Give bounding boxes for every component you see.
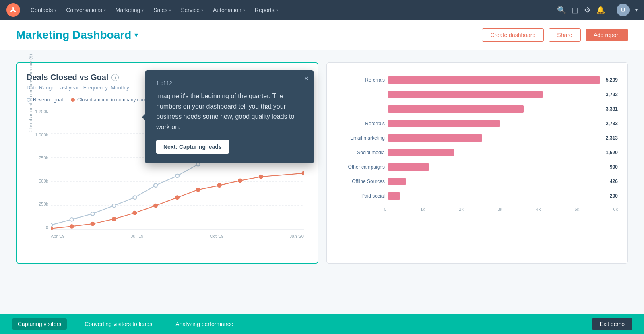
- bar-xaxis-labels: 0 1k 2k 3k 4k 5k 6k: [384, 207, 618, 212]
- nav-sales[interactable]: Sales ▾: [149, 4, 175, 16]
- table-row: Paid social 290: [341, 192, 618, 200]
- svg-point-21: [91, 222, 95, 226]
- nav-reports[interactable]: Reports ▾: [251, 4, 282, 16]
- info-icon[interactable]: i: [111, 74, 119, 81]
- header-actions: Create dashboard Share Add report: [482, 28, 628, 42]
- svg-point-8: [70, 218, 74, 221]
- table-row: Offline Sources 426: [341, 178, 618, 185]
- chevron-down-icon: ▾: [169, 8, 171, 12]
- hubspot-logo[interactable]: [6, 3, 20, 17]
- add-report-button[interactable]: Add report: [586, 29, 628, 41]
- notifications-icon[interactable]: 🔔: [596, 6, 605, 14]
- chevron-down-icon: ▾: [201, 8, 203, 12]
- table-row: Social media 1,620: [341, 149, 618, 156]
- legend-dot-closed: [71, 98, 75, 102]
- svg-point-27: [217, 183, 221, 187]
- marketplace-icon[interactable]: ◫: [572, 6, 578, 14]
- svg-point-13: [175, 174, 179, 178]
- avatar-chevron-icon[interactable]: ▾: [635, 7, 638, 13]
- table-row: 3,331: [341, 105, 618, 113]
- table-row: 3,792: [341, 91, 618, 98]
- dashboard-dropdown-icon[interactable]: ▾: [134, 31, 138, 39]
- legend-closed-amount: Closed amount in company currency: [71, 97, 156, 103]
- bar-chart-wrap: Referrals 5,209 3,792: [336, 72, 618, 212]
- create-dashboard-button[interactable]: Create dashboard: [482, 28, 544, 42]
- nav-conversations[interactable]: Conversations ▾: [62, 4, 110, 16]
- svg-point-9: [91, 212, 95, 216]
- svg-point-25: [175, 196, 179, 199]
- yaxis-labels: 1 250k 1 000k 750k 500k 250k 0: [27, 109, 48, 230]
- popover-text: Imagine it's the beginning of the quarte…: [156, 91, 303, 132]
- popover-next-button[interactable]: Next: Capturing leads: [156, 140, 229, 154]
- nav-marketing[interactable]: Marketing ▾: [111, 4, 148, 16]
- nav-contacts[interactable]: Contacts ▾: [27, 4, 60, 16]
- chevron-down-icon: ▾: [276, 8, 278, 12]
- popover-close-button[interactable]: ×: [304, 74, 308, 83]
- svg-point-26: [196, 188, 200, 192]
- page-title-wrap: Marketing Dashboard ▾: [16, 29, 138, 41]
- table-row: Email marketing 2,313: [341, 134, 618, 142]
- nav-automation[interactable]: Automation ▾: [209, 4, 249, 16]
- top-navigation: Contacts ▾ Conversations ▾ Marketing ▾ S…: [0, 0, 644, 20]
- xaxis-labels: Apr '19 Jul '19 Oct '19 Jan '20: [51, 234, 304, 239]
- popover-counter: 1 of 12: [156, 80, 303, 86]
- svg-point-10: [112, 204, 116, 208]
- capturing-visitors-chart-card: Referrals 5,209 3,792: [326, 62, 628, 264]
- svg-point-12: [154, 183, 157, 187]
- svg-point-22: [112, 217, 116, 221]
- table-row: Referrals 5,209: [341, 76, 618, 84]
- svg-point-29: [259, 175, 263, 179]
- svg-point-20: [70, 225, 74, 228]
- page-title: Marketing Dashboard: [16, 29, 131, 41]
- page-header: Marketing Dashboard ▾ Create dashboard S…: [0, 20, 644, 50]
- svg-point-7: [51, 223, 52, 227]
- share-button[interactable]: Share: [549, 28, 580, 42]
- table-row: Other campaigns 990: [341, 163, 618, 171]
- svg-point-28: [238, 179, 242, 183]
- chevron-down-icon: ▾: [142, 8, 144, 12]
- svg-point-23: [133, 211, 136, 215]
- bar-rows: Referrals 5,209 3,792: [341, 76, 618, 204]
- nav-service[interactable]: Service ▾: [177, 4, 207, 16]
- svg-point-30: [302, 171, 304, 175]
- tour-popover: × 1 of 12 Imagine it's the beginning of …: [145, 70, 314, 163]
- avatar[interactable]: U: [617, 4, 630, 16]
- nav-right-actions: 🔍 ◫ ⚙ 🔔 U ▾: [557, 4, 638, 16]
- svg-point-24: [154, 204, 157, 208]
- svg-point-19: [51, 227, 52, 230]
- main-content: Deals Closed vs Goal i Date Range: Last …: [0, 50, 644, 276]
- settings-icon[interactable]: ⚙: [584, 6, 590, 14]
- table-row: Referrals 2,733: [341, 120, 618, 127]
- svg-point-11: [133, 196, 136, 199]
- chevron-down-icon: ▾: [243, 8, 245, 12]
- chevron-down-icon: ▾: [104, 8, 106, 12]
- chevron-down-icon: ▾: [54, 8, 56, 12]
- search-icon[interactable]: 🔍: [557, 6, 566, 14]
- nav-divider: [611, 4, 611, 16]
